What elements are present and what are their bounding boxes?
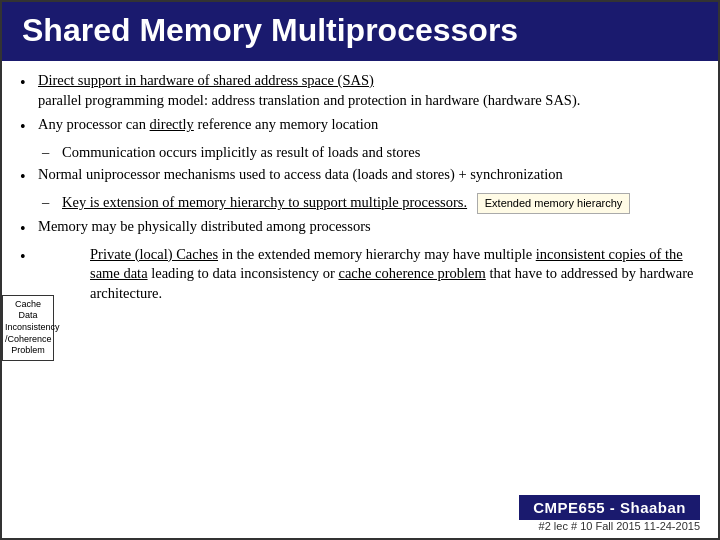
footer-sub: #2 lec # 10 Fall 2015 11-24-2015 [539,520,700,532]
bullet-1: • Direct support in hardware of shared a… [20,71,700,110]
bullet-dot-3: • [20,165,38,188]
sub-dash-2-1: – [42,143,62,163]
sub-text-3-1: Key is extension of memory hierarchy to … [62,193,700,214]
key-extension-underline: Key is extension of memory hierarchy to … [62,194,467,210]
bullet-2: • Any processor can directly reference a… [20,115,700,138]
private-caches-underline: Private (local) Caches [90,246,218,262]
sub-text-2-1: Communication occurs implicitly as resul… [62,143,700,163]
cache-coherence-underline: cache coherence problem [338,265,485,281]
bullet-text-1: Direct support in hardware of shared add… [38,71,700,110]
side-label-cache: Cache DataInconsistency/CoherenceProblem [2,295,54,361]
bullet-dot-2: • [20,115,38,138]
bullet-text-3: Normal uniprocessor mechanisms used to a… [38,165,700,185]
sub-bullet-2-1: – Communication occurs implicitly as res… [42,143,700,163]
bullet-3: • Normal uniprocessor mechanisms used to… [20,165,700,188]
bullet-5: • Private (local) Caches in the extended… [20,245,700,304]
extended-memory-tooltip: Extended memory hierarchy [477,193,631,214]
footer-badge: CMPE655 - Shaaban [519,495,700,520]
slide-footer: CMPE655 - Shaaban #2 lec # 10 Fall 2015 … [2,491,718,538]
sub-bullet-3-1: – Key is extension of memory hierarchy t… [42,193,700,214]
bullet-text-4: Memory may be physically distributed amo… [38,217,700,237]
bullet-1-underline: Direct support in hardware of shared add… [38,72,374,88]
slide-body: • Direct support in hardware of shared a… [2,61,718,491]
directly-underline: directly [150,116,194,132]
bullet-text-5: Private (local) Caches in the extended m… [90,245,700,304]
slide: Shared Memory Multiprocessors • Direct s… [0,0,720,540]
bullet-4: • Memory may be physically distributed a… [20,217,700,240]
bullet-text-2: Any processor can directly reference any… [38,115,700,135]
slide-title: Shared Memory Multiprocessors [2,2,718,61]
bullet-dot-1: • [20,71,38,94]
bullet-dot-5: • [20,245,38,268]
bullet-dot-4: • [20,217,38,240]
sub-dash-3-1: – [42,193,62,213]
